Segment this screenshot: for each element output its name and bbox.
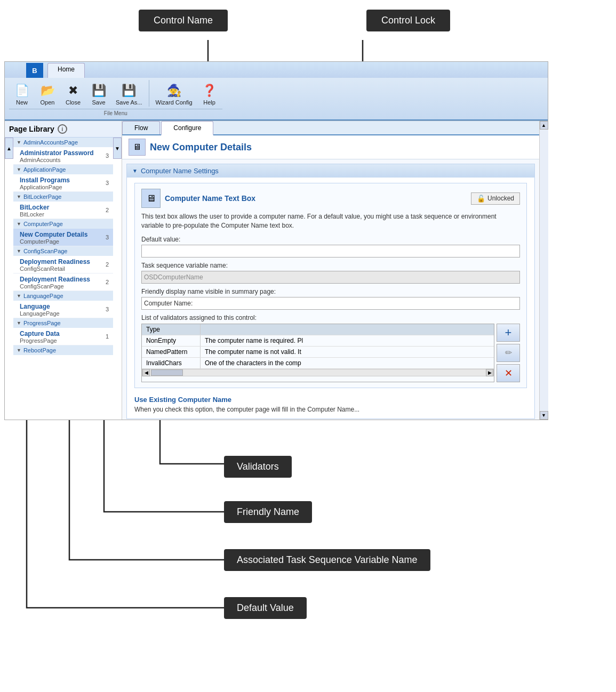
validators-scrollbar-h[interactable]: ◀ ▶ — [142, 369, 494, 376]
control-item-header: 🖥 Computer Name Text Box 🔓 Unlocked — [141, 189, 520, 208]
validators-desc-header — [201, 324, 494, 335]
control-name-label: Computer Name Text Box — [165, 194, 255, 203]
toolbar-group-files: 📄 New 📂 Open ✖ Close 💾 Save — [9, 80, 222, 117]
validator-desc: The computer name is not valid. It — [201, 347, 494, 357]
right-panel-container: Flow Configure 🖥 New Computer Details ▼ … — [122, 121, 548, 420]
validator-desc: One of the characters in the comp — [201, 358, 494, 368]
toolbar-divider — [149, 80, 149, 107]
use-existing-computer-name-link[interactable]: Use Existing Computer Name — [134, 392, 527, 406]
scroll-up-arrow[interactable]: ▲ — [540, 121, 548, 130]
toolbar: 📄 New 📂 Open ✖ Close 💾 Save — [5, 78, 548, 120]
sidebar-group-computer[interactable]: ▼ ComputerPage — [13, 219, 113, 229]
save-icon: 💾 — [90, 82, 107, 99]
sidebar-group-bitlocker[interactable]: ▼ BitLockerPage — [13, 192, 113, 202]
new-button[interactable]: 📄 New — [9, 80, 35, 108]
lock-badge[interactable]: 🔓 Unlocked — [471, 192, 520, 205]
sidebar-item-install-programs[interactable]: Install Programs ApplicationPage 3 — [13, 174, 113, 192]
sidebar-item-new-computer-details[interactable]: New Computer Details ComputerPage 3 — [13, 229, 113, 246]
sidebar-group-reboot[interactable]: ▼ RebootPage — [13, 345, 113, 355]
app-window: B Home 📄 New 📂 Open ✖ Close — [4, 61, 548, 420]
sidebar-item-deployment-readiness-1[interactable]: Deployment Readiness ConfigScanRetail 2 — [13, 256, 113, 273]
help-icon: ❓ — [201, 82, 218, 99]
toolbar-group-label: File Menu — [9, 109, 222, 117]
wizard-config-button[interactable]: 🧙 Wizard Config — [151, 80, 197, 108]
validator-desc: The computer name is required. Pl — [201, 335, 494, 346]
control-name-annotation: Control Name — [139, 10, 228, 31]
section-header-computer-name[interactable]: ▼ Computer Name Settings — [127, 164, 534, 178]
default-value-input[interactable] — [141, 245, 520, 258]
edit-validator-button[interactable]: ✏ — [497, 344, 520, 362]
validator-row-nonempty[interactable]: NonEmpty The computer name is required. … — [142, 335, 494, 347]
main-area: Page Library i ▲ ▼ AdminAccountsPage Adm… — [5, 121, 548, 420]
section-header-label: Computer Name Settings — [141, 167, 219, 175]
validators-action-buttons: + ✏ ✕ — [497, 324, 520, 382]
validators-type-header: Type — [142, 324, 201, 335]
control-title-area: 🖥 Computer Name Text Box — [141, 189, 255, 208]
control-description: This text box allows the user to provide… — [141, 212, 520, 230]
save-as-button[interactable]: 💾 Save As... — [111, 80, 147, 108]
ribbon: B Home 📄 New 📂 Open ✖ Close — [5, 62, 548, 121]
sidebar-group-language[interactable]: ▼ LanguagePage — [13, 291, 113, 301]
help-button[interactable]: ❓ Help — [197, 80, 222, 108]
panel-title-icon: 🖥 — [129, 139, 146, 156]
friendly-label: Friendly display name visible in summary… — [141, 288, 520, 295]
sidebar: Page Library i ▲ ▼ AdminAccountsPage Adm… — [5, 121, 122, 420]
sidebar-item-capture-data[interactable]: Capture Data ProgressPage 1 — [13, 328, 113, 345]
panel-title-bar: 🖥 New Computer Details — [122, 135, 539, 159]
sidebar-content: ▼ AdminAccountsPage Administrator Passwo… — [13, 138, 113, 355]
panel-tabs: Flow Configure — [122, 121, 539, 135]
section-toggle-icon: ▼ — [132, 168, 138, 174]
friendly-name-input[interactable] — [141, 297, 520, 310]
validator-row-namedpattern[interactable]: NamedPattern The computer name is not va… — [142, 347, 494, 358]
default-value-label: Default value: — [141, 236, 520, 243]
validator-row-invalidchars[interactable]: InvalidChars One of the characters in th… — [142, 358, 494, 369]
sidebar-scroll-down[interactable]: ▼ — [113, 138, 122, 159]
open-icon: 📂 — [39, 82, 56, 99]
sidebar-item-deployment-readiness-2[interactable]: Deployment Readiness ConfigScanPage 2 — [13, 273, 113, 291]
close-icon: ✖ — [65, 82, 82, 99]
save-as-icon: 💾 — [121, 82, 138, 99]
sidebar-group-admin-accounts[interactable]: ▼ AdminAccountsPage — [13, 138, 113, 147]
new-icon: 📄 — [13, 82, 30, 99]
scrollbar-thumb[interactable] — [151, 369, 183, 376]
scroll-track[interactable] — [540, 130, 548, 411]
tab-home[interactable]: Home — [47, 63, 85, 78]
scroll-right-arrow[interactable]: ▶ — [486, 369, 493, 376]
friendly-name-annotation: Friendly Name — [224, 501, 312, 523]
tab-flow[interactable]: Flow — [122, 121, 160, 134]
control-item-computer-name-textbox: 🖥 Computer Name Text Box 🔓 Unlocked This… — [134, 183, 527, 388]
validators-annotation: Validators — [224, 456, 292, 478]
validator-type: InvalidChars — [142, 358, 201, 368]
section-body: 🖥 Computer Name Text Box 🔓 Unlocked This… — [127, 178, 534, 419]
sidebar-scroll-area: ▲ ▼ AdminAccountsPage Administrator Pass… — [5, 138, 122, 355]
sidebar-item-admin-password[interactable]: Administrator Password AdminAccounts 3 — [13, 147, 113, 165]
task-seq-input — [141, 271, 520, 284]
right-scrollbar: ▲ ▼ — [539, 121, 548, 420]
control-item-icon: 🖥 — [141, 189, 161, 208]
computer-name-settings-section: ▼ Computer Name Settings 🖥 Computer Name… — [126, 164, 535, 419]
validators-container: Type NonEmpty The computer name is requi… — [141, 324, 520, 382]
task-sequence-annotation: Associated Task Sequence Variable Name — [224, 549, 430, 571]
sidebar-group-configscan[interactable]: ▼ ConfigScanPage — [13, 246, 113, 256]
sidebar-info-icon[interactable]: i — [58, 124, 67, 134]
validator-type: NonEmpty — [142, 335, 201, 346]
app-logo-icon: B — [26, 63, 43, 78]
sidebar-item-language[interactable]: Language LanguagePage 3 — [13, 301, 113, 318]
open-button[interactable]: 📂 Open — [35, 80, 60, 108]
sidebar-title: Page Library — [9, 125, 54, 133]
control-lock-annotation: Control Lock — [366, 10, 450, 31]
sidebar-group-application[interactable]: ▼ ApplicationPage — [13, 165, 113, 174]
add-validator-button[interactable]: + — [497, 324, 520, 342]
sidebar-scroll-up[interactable]: ▲ — [5, 138, 13, 159]
use-existing-description: When you check this option, the computer… — [134, 406, 527, 413]
sidebar-item-bitlocker[interactable]: BitLocker BitLocker 2 — [13, 202, 113, 219]
tab-configure[interactable]: Configure — [161, 121, 213, 135]
save-button[interactable]: 💾 Save — [86, 80, 111, 108]
sidebar-group-progress[interactable]: ▼ ProgressPage — [13, 318, 113, 328]
scroll-left-arrow[interactable]: ◀ — [142, 369, 150, 376]
close-button[interactable]: ✖ Close — [60, 80, 86, 108]
sidebar-header: Page Library i — [5, 121, 122, 138]
scroll-down-arrow[interactable]: ▼ — [540, 411, 548, 420]
delete-validator-button[interactable]: ✕ — [497, 364, 520, 382]
default-value-annotation: Default Value — [224, 597, 307, 619]
